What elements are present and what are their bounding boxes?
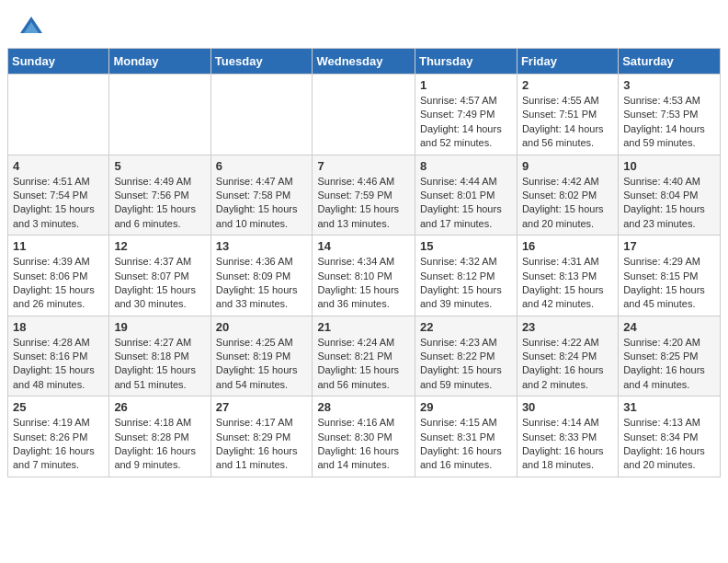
weekday-header-thursday: Thursday [415, 49, 517, 75]
day-number: 3 [623, 78, 715, 92]
day-info: Sunrise: 4:49 AM Sunset: 7:56 PM Dayligh… [114, 175, 205, 232]
day-info: Sunrise: 4:18 AM Sunset: 8:28 PM Dayligh… [114, 416, 205, 473]
calendar-cell: 9Sunrise: 4:42 AM Sunset: 8:02 PM Daylig… [517, 155, 618, 236]
calendar-cell: 17Sunrise: 4:29 AM Sunset: 8:15 PM Dayli… [619, 236, 721, 316]
logo [18, 15, 48, 40]
day-info: Sunrise: 4:17 AM Sunset: 8:29 PM Dayligh… [216, 416, 308, 473]
calendar-cell: 21Sunrise: 4:24 AM Sunset: 8:21 PM Dayli… [313, 316, 415, 396]
weekday-header-tuesday: Tuesday [210, 49, 313, 75]
day-info: Sunrise: 4:31 AM Sunset: 8:13 PM Dayligh… [522, 255, 613, 312]
calendar-cell: 7Sunrise: 4:46 AM Sunset: 7:59 PM Daylig… [313, 155, 415, 236]
day-number: 26 [114, 400, 205, 414]
day-number: 30 [522, 400, 613, 414]
weekday-row: SundayMondayTuesdayWednesdayThursdayFrid… [8, 49, 721, 75]
calendar-body: 1Sunrise: 4:57 AM Sunset: 7:49 PM Daylig… [8, 75, 721, 477]
calendar-cell: 27Sunrise: 4:17 AM Sunset: 8:29 PM Dayli… [210, 396, 313, 477]
day-info: Sunrise: 4:25 AM Sunset: 8:19 PM Dayligh… [216, 336, 308, 393]
calendar-cell: 23Sunrise: 4:22 AM Sunset: 8:24 PM Dayli… [517, 316, 618, 396]
calendar-cell: 18Sunrise: 4:28 AM Sunset: 8:16 PM Dayli… [8, 316, 109, 396]
week-row-4: 18Sunrise: 4:28 AM Sunset: 8:16 PM Dayli… [8, 316, 721, 396]
calendar-cell [8, 75, 109, 155]
day-info: Sunrise: 4:57 AM Sunset: 7:49 PM Dayligh… [420, 94, 512, 151]
calendar-cell [109, 75, 210, 155]
calendar-cell: 30Sunrise: 4:14 AM Sunset: 8:33 PM Dayli… [517, 396, 618, 477]
day-info: Sunrise: 4:46 AM Sunset: 7:59 PM Dayligh… [317, 175, 410, 232]
day-number: 16 [522, 239, 613, 253]
day-number: 28 [317, 400, 410, 414]
weekday-header-monday: Monday [109, 49, 210, 75]
day-info: Sunrise: 4:39 AM Sunset: 8:06 PM Dayligh… [13, 255, 104, 312]
calendar-cell: 28Sunrise: 4:16 AM Sunset: 8:30 PM Dayli… [313, 396, 415, 477]
calendar-cell: 15Sunrise: 4:32 AM Sunset: 8:12 PM Dayli… [415, 236, 517, 316]
calendar-cell: 16Sunrise: 4:31 AM Sunset: 8:13 PM Dayli… [517, 236, 618, 316]
day-info: Sunrise: 4:51 AM Sunset: 7:54 PM Dayligh… [13, 175, 104, 232]
day-number: 7 [317, 159, 410, 173]
calendar-cell: 4Sunrise: 4:51 AM Sunset: 7:54 PM Daylig… [8, 155, 109, 236]
day-info: Sunrise: 4:15 AM Sunset: 8:31 PM Dayligh… [420, 416, 512, 473]
day-number: 20 [216, 320, 308, 334]
calendar-cell: 8Sunrise: 4:44 AM Sunset: 8:01 PM Daylig… [415, 155, 517, 236]
day-info: Sunrise: 4:23 AM Sunset: 8:22 PM Dayligh… [420, 336, 512, 393]
calendar-cell [210, 75, 313, 155]
day-info: Sunrise: 4:14 AM Sunset: 8:33 PM Dayligh… [522, 416, 613, 473]
day-number: 11 [13, 239, 104, 253]
day-number: 23 [522, 320, 613, 334]
day-info: Sunrise: 4:29 AM Sunset: 8:15 PM Dayligh… [623, 255, 715, 312]
day-number: 5 [114, 159, 205, 173]
day-number: 6 [216, 159, 308, 173]
calendar-cell: 31Sunrise: 4:13 AM Sunset: 8:34 PM Dayli… [619, 396, 721, 477]
calendar-cell: 5Sunrise: 4:49 AM Sunset: 7:56 PM Daylig… [109, 155, 210, 236]
day-number: 22 [420, 320, 512, 334]
calendar-cell: 12Sunrise: 4:37 AM Sunset: 8:07 PM Dayli… [109, 236, 210, 316]
day-number: 25 [13, 400, 104, 414]
day-number: 14 [317, 239, 410, 253]
weekday-header-wednesday: Wednesday [313, 49, 415, 75]
day-number: 24 [623, 320, 715, 334]
day-number: 17 [623, 239, 715, 253]
day-info: Sunrise: 4:20 AM Sunset: 8:25 PM Dayligh… [623, 336, 715, 393]
day-number: 13 [216, 239, 308, 253]
day-info: Sunrise: 4:47 AM Sunset: 7:58 PM Dayligh… [216, 175, 308, 232]
day-info: Sunrise: 4:37 AM Sunset: 8:07 PM Dayligh… [114, 255, 205, 312]
calendar-cell: 13Sunrise: 4:36 AM Sunset: 8:09 PM Dayli… [210, 236, 313, 316]
day-info: Sunrise: 4:42 AM Sunset: 8:02 PM Dayligh… [522, 175, 613, 232]
day-number: 27 [216, 400, 308, 414]
weekday-header-sunday: Sunday [8, 49, 109, 75]
day-number: 8 [420, 159, 512, 173]
day-info: Sunrise: 4:53 AM Sunset: 7:53 PM Dayligh… [623, 94, 715, 151]
day-info: Sunrise: 4:32 AM Sunset: 8:12 PM Dayligh… [420, 255, 512, 312]
day-number: 31 [623, 400, 715, 414]
day-number: 15 [420, 239, 512, 253]
week-row-2: 4Sunrise: 4:51 AM Sunset: 7:54 PM Daylig… [8, 155, 721, 236]
day-number: 18 [13, 320, 104, 334]
calendar-cell: 11Sunrise: 4:39 AM Sunset: 8:06 PM Dayli… [8, 236, 109, 316]
week-row-5: 25Sunrise: 4:19 AM Sunset: 8:26 PM Dayli… [8, 396, 721, 477]
day-info: Sunrise: 4:22 AM Sunset: 8:24 PM Dayligh… [522, 336, 613, 393]
calendar-cell: 19Sunrise: 4:27 AM Sunset: 8:18 PM Dayli… [109, 316, 210, 396]
day-number: 4 [13, 159, 104, 173]
day-info: Sunrise: 4:27 AM Sunset: 8:18 PM Dayligh… [114, 336, 205, 393]
day-number: 10 [623, 159, 715, 173]
day-info: Sunrise: 4:40 AM Sunset: 8:04 PM Dayligh… [623, 175, 715, 232]
day-info: Sunrise: 4:55 AM Sunset: 7:51 PM Dayligh… [522, 94, 613, 151]
day-number: 21 [317, 320, 410, 334]
weekday-header-saturday: Saturday [619, 49, 721, 75]
day-number: 1 [420, 78, 512, 92]
day-info: Sunrise: 4:28 AM Sunset: 8:16 PM Dayligh… [13, 336, 104, 393]
calendar-cell: 3Sunrise: 4:53 AM Sunset: 7:53 PM Daylig… [619, 75, 721, 155]
calendar-cell: 26Sunrise: 4:18 AM Sunset: 8:28 PM Dayli… [109, 396, 210, 477]
calendar-cell: 29Sunrise: 4:15 AM Sunset: 8:31 PM Dayli… [415, 396, 517, 477]
week-row-3: 11Sunrise: 4:39 AM Sunset: 8:06 PM Dayli… [8, 236, 721, 316]
calendar-cell: 2Sunrise: 4:55 AM Sunset: 7:51 PM Daylig… [517, 75, 618, 155]
day-info: Sunrise: 4:44 AM Sunset: 8:01 PM Dayligh… [420, 175, 512, 232]
day-number: 9 [522, 159, 613, 173]
calendar-cell: 6Sunrise: 4:47 AM Sunset: 7:58 PM Daylig… [210, 155, 313, 236]
calendar-cell [313, 75, 415, 155]
calendar-cell: 14Sunrise: 4:34 AM Sunset: 8:10 PM Dayli… [313, 236, 415, 316]
day-number: 2 [522, 78, 613, 92]
day-info: Sunrise: 4:34 AM Sunset: 8:10 PM Dayligh… [317, 255, 410, 312]
weekday-header-friday: Friday [517, 49, 618, 75]
week-row-1: 1Sunrise: 4:57 AM Sunset: 7:49 PM Daylig… [8, 75, 721, 155]
calendar-cell: 20Sunrise: 4:25 AM Sunset: 8:19 PM Dayli… [210, 316, 313, 396]
calendar-cell: 1Sunrise: 4:57 AM Sunset: 7:49 PM Daylig… [415, 75, 517, 155]
